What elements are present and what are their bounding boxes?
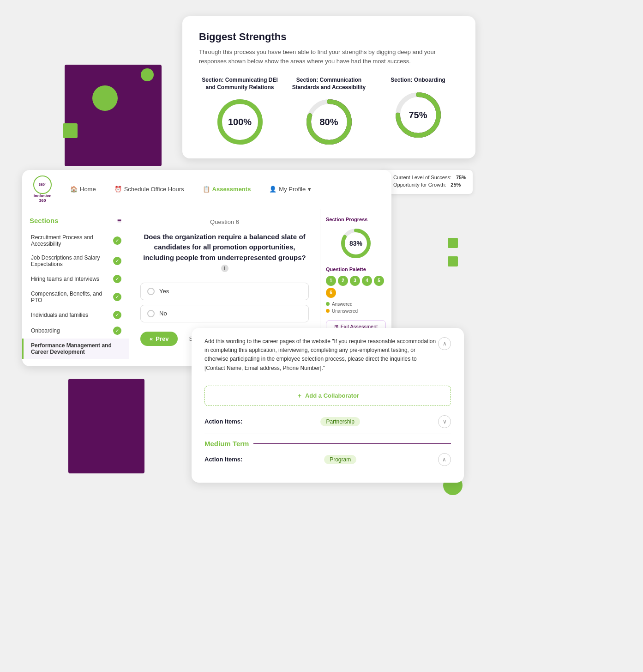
- strength-label-1: Section: Communicating DEI and Community…: [199, 77, 281, 91]
- sidebar-item-performance[interactable]: Performance Management and Career Develo…: [22, 339, 129, 359]
- dot-unanswered: [326, 309, 330, 313]
- sidebar-item-label-recruitment: Recruitment Process and Accessibility: [31, 234, 113, 247]
- palette-grid: 1 2 3 4 5 6: [326, 276, 386, 298]
- section-divider: [204, 434, 451, 434]
- add-collaborator-button[interactable]: ＋ Add a Collaborator: [204, 386, 451, 406]
- question-text: Does the organization require a balanced…: [140, 232, 309, 273]
- bg-decoration-green-rect-right2: [448, 256, 458, 266]
- answered-label: Answered: [332, 302, 352, 307]
- biggest-strengths-subtitle: Through this process you have been able …: [199, 48, 459, 66]
- sidebar-item-individuals[interactable]: Individuals and families ✓: [22, 307, 129, 323]
- radio-no: [147, 310, 155, 317]
- strength-label-2: Section: Communication Standards and Acc…: [288, 77, 370, 91]
- dot-answered: [326, 302, 330, 306]
- strength-label-3: Section: Onboarding: [391, 77, 445, 84]
- legend-unanswered: Unanswered: [326, 309, 386, 314]
- answer-yes-label: Yes: [159, 288, 169, 295]
- unanswered-label: Unanswered: [332, 309, 358, 314]
- logo: 360° Inclusive360: [33, 176, 52, 203]
- logo-circle: 360°: [33, 176, 52, 194]
- nav-home-label: Home: [80, 186, 96, 193]
- check-icon-job: ✓: [113, 257, 121, 265]
- biggest-strengths-title: Biggest Strengths: [199, 31, 459, 43]
- palette-num-5[interactable]: 5: [374, 276, 384, 286]
- palette-num-6[interactable]: 6: [326, 288, 336, 298]
- medium-term-title: Medium Term: [204, 440, 451, 448]
- menu-icon[interactable]: ≡: [117, 217, 121, 225]
- section-progress-donut: 83%: [326, 227, 386, 260]
- bg-decoration-green-circle: [92, 85, 118, 111]
- sidebar-item-label-onboarding: Onboarding: [31, 327, 60, 334]
- sidebar-item-hiring[interactable]: Hiring teams and Interviews ✓: [22, 271, 129, 287]
- donut-label-1: 100%: [228, 117, 252, 127]
- bg-decoration-green-dot-top: [141, 68, 154, 81]
- palette-num-3[interactable]: 3: [350, 276, 360, 286]
- check-icon-compensation: ✓: [113, 293, 121, 301]
- chevron-down-icon: ▾: [308, 186, 311, 193]
- action-tag-program: Program: [324, 455, 356, 464]
- assessments-icon: 📋: [203, 186, 210, 193]
- section-progress-title: Section Progress: [326, 217, 386, 222]
- strength-item-2: Section: Communication Standards and Acc…: [288, 77, 370, 147]
- bottom-content-area: Add this wording to the career pages of …: [204, 337, 438, 381]
- answer-option-no[interactable]: No: [140, 305, 309, 322]
- sidebar-item-onboarding[interactable]: Onboarding ✓: [22, 323, 129, 339]
- medium-term-label: Medium Term: [204, 440, 249, 448]
- bg-decoration-green-rect-left: [63, 123, 78, 138]
- answer-option-yes[interactable]: Yes: [140, 283, 309, 300]
- legend-answered: Answered: [326, 302, 386, 307]
- chart-legend: Current Level of Success: 75% Opportunit…: [379, 170, 473, 194]
- strength-item-1: Section: Communicating DEI and Community…: [199, 77, 281, 147]
- check-icon-recruitment: ✓: [113, 236, 121, 245]
- sidebar-header: Sections ≡: [22, 217, 129, 230]
- nav-schedule[interactable]: ⏰ Schedule Office Hours: [111, 184, 188, 194]
- collapse-button-action2[interactable]: ∧: [438, 453, 451, 466]
- collapse-button-action1[interactable]: ∨: [438, 415, 451, 428]
- strengths-sections: Section: Communicating DEI and Community…: [199, 77, 459, 147]
- nav-profile[interactable]: 👤 My Profile ▾: [265, 184, 315, 194]
- legend-current-value: 75%: [456, 175, 466, 180]
- prev-button-label: Prev: [156, 335, 168, 342]
- sidebar-item-label-compensation: Compensation, Benefits, and PTO: [31, 291, 113, 303]
- schedule-icon: ⏰: [114, 186, 122, 193]
- prev-button[interactable]: « Prev: [140, 332, 178, 346]
- biggest-strengths-card: Biggest Strengths Through this process y…: [182, 16, 475, 158]
- sidebar-item-label-job-descriptions: Job Descriptions and Salary Expectations: [31, 254, 113, 267]
- add-collaborator-label: Add a Collaborator: [305, 392, 359, 399]
- legend-current-label: Current Level of Success:: [393, 175, 451, 180]
- nav-profile-label: My Profile: [279, 186, 306, 193]
- donut-1: 100%: [215, 97, 265, 147]
- question-text-content: Does the organization require a balanced…: [143, 233, 306, 261]
- sidebar-item-compensation[interactable]: Compensation, Benefits, and PTO ✓: [22, 287, 129, 307]
- action-row-1: Action Items: Partnership ∨: [204, 415, 451, 428]
- sidebar-item-job-descriptions[interactable]: Job Descriptions and Salary Expectations…: [22, 251, 129, 271]
- radio-yes: [147, 288, 155, 295]
- palette-num-1[interactable]: 1: [326, 276, 336, 286]
- legend-growth-label: Opportunity for Growth:: [393, 182, 446, 188]
- palette-legend: Answered Unanswered: [326, 302, 386, 314]
- bottom-card: Add this wording to the career pages of …: [192, 328, 464, 483]
- action-row-2: Action Items: Program ∧: [204, 453, 451, 466]
- bottom-content-text: Add this wording to the career pages of …: [204, 337, 438, 373]
- sidebar-item-label-individuals: Individuals and families: [31, 312, 88, 318]
- info-icon[interactable]: i: [221, 265, 228, 272]
- sidebar-item-label-hiring: Hiring teams and Interviews: [31, 276, 99, 282]
- palette-num-4[interactable]: 4: [362, 276, 372, 286]
- sidebar: Sections ≡ Recruitment Process and Acces…: [22, 209, 129, 366]
- donut-2: 80%: [304, 97, 355, 147]
- sidebar-item-recruitment[interactable]: Recruitment Process and Accessibility ✓: [22, 230, 129, 251]
- logo-text-inner: 360°: [39, 183, 47, 187]
- palette-num-2[interactable]: 2: [338, 276, 348, 286]
- legend-item-current: Current Level of Success: 75%: [385, 175, 466, 180]
- nav-assessments[interactable]: 📋 Assessments: [199, 184, 255, 194]
- collapse-button-top[interactable]: ∧: [438, 337, 451, 350]
- strength-item-3: Section: Onboarding 75%: [377, 77, 459, 147]
- check-icon-hiring: ✓: [113, 275, 121, 283]
- check-icon-individuals: ✓: [113, 311, 121, 319]
- sidebar-title: Sections: [30, 217, 59, 224]
- donut-3: 75%: [393, 90, 444, 140]
- action-tag-partnership: Partnership: [320, 417, 360, 426]
- sidebar-item-label-performance: Performance Management and Career Develo…: [31, 342, 121, 355]
- question-number: Question 6: [140, 218, 309, 225]
- nav-home[interactable]: 🏠 Home: [66, 184, 100, 194]
